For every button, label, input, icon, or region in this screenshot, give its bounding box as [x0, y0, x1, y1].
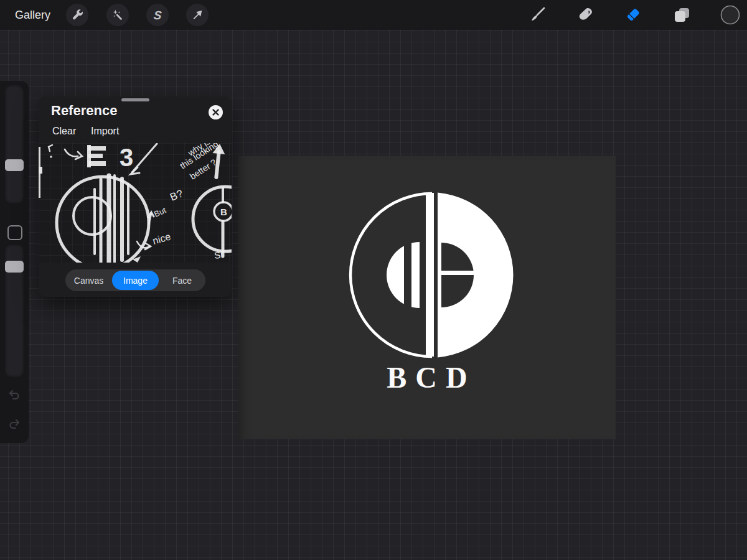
panel-drag-handle[interactable]	[121, 98, 149, 101]
redo-button[interactable]	[7, 418, 21, 431]
brush-size-slider[interactable]	[5, 85, 24, 203]
close-icon	[208, 105, 223, 120]
undo-button[interactable]	[7, 388, 21, 402]
sketch-si: Si	[214, 249, 223, 261]
transform-button[interactable]	[186, 4, 209, 26]
adjustments-button[interactable]	[106, 4, 129, 26]
reference-sketch: 3 why is this looking better ? B?	[39, 143, 232, 263]
brush-tool-button[interactable]	[527, 5, 547, 25]
selection-s-icon: S	[153, 9, 162, 21]
brush-size-handle[interactable]	[5, 159, 24, 171]
gallery-button[interactable]: Gallery	[15, 0, 50, 30]
brush-sidebar	[0, 81, 29, 443]
actions-button[interactable]	[66, 4, 88, 26]
sketch-three: 3	[120, 144, 133, 171]
modify-button[interactable]	[7, 225, 22, 240]
wrench-icon	[70, 8, 84, 22]
redo-icon	[7, 418, 21, 431]
eraser-icon	[624, 6, 642, 24]
tab-image[interactable]: Image	[112, 271, 159, 290]
logo-wordmark: BCD	[238, 360, 616, 394]
transform-arrow-icon	[190, 8, 204, 22]
close-button[interactable]	[208, 105, 223, 120]
reference-tabbar: Canvas Image Face	[65, 269, 205, 291]
opacity-handle[interactable]	[5, 261, 24, 273]
top-toolbar: Gallery S	[0, 0, 747, 30]
clear-button[interactable]: Clear	[52, 126, 76, 137]
smudge-tool-button[interactable]	[575, 5, 595, 25]
layers-button[interactable]	[672, 5, 692, 25]
magic-wand-icon	[111, 8, 125, 22]
sketch-nice: nice	[151, 231, 172, 246]
tab-canvas[interactable]: Canvas	[65, 269, 112, 291]
undo-icon	[7, 388, 21, 402]
layers-icon	[672, 6, 691, 24]
brush-icon	[528, 6, 547, 24]
smudge-icon	[576, 6, 594, 24]
reference-panel: Reference Clear Import	[39, 96, 232, 297]
tab-face[interactable]: Face	[159, 269, 205, 291]
eraser-tool-button[interactable]	[623, 5, 643, 25]
sketch-b-question: B?	[168, 187, 184, 203]
bcd-logo-artwork	[345, 188, 519, 362]
sketch-but: But	[153, 205, 167, 219]
sketch-b-circle: B	[220, 207, 227, 217]
color-swatch-button[interactable]	[720, 5, 740, 25]
panel-title: Reference	[51, 103, 117, 119]
drawing-canvas[interactable]: BCD	[238, 156, 616, 439]
color-swatch	[720, 5, 740, 25]
reference-image[interactable]: 3 why is this looking better ? B?	[39, 143, 232, 263]
import-button[interactable]: Import	[91, 126, 119, 137]
selection-button[interactable]: S	[146, 4, 169, 26]
